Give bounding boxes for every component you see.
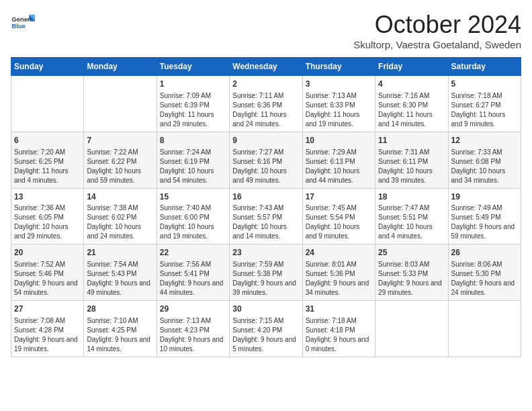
header-day-saturday: Saturday: [448, 58, 521, 76]
cell-content: Sunrise: 7:08 AM Sunset: 4:28 PM Dayligh…: [14, 316, 81, 354]
calendar-cell: [375, 301, 448, 357]
day-number: 27: [14, 304, 81, 315]
calendar-cell: [84, 76, 157, 132]
day-number: 21: [87, 247, 153, 259]
day-number: 17: [306, 191, 372, 203]
day-number: 13: [14, 191, 81, 203]
day-number: 1: [160, 79, 226, 90]
calendar-cell: 8Sunrise: 7:24 AM Sunset: 6:19 PM Daylig…: [157, 132, 229, 188]
logo-icon: General Blue: [11, 11, 35, 35]
cell-content: Sunrise: 7:27 AM Sunset: 6:16 PM Dayligh…: [232, 148, 299, 185]
page-header: General Blue October 2024 Skultorp, Vaes…: [11, 11, 521, 50]
day-number: 25: [378, 247, 445, 259]
header-day-sunday: Sunday: [11, 58, 84, 76]
cell-content: Sunrise: 7:59 AM Sunset: 5:38 PM Dayligh…: [232, 260, 299, 298]
calendar-cell: 19Sunrise: 7:49 AM Sunset: 5:49 PM Dayli…: [448, 188, 521, 244]
calendar-cell: 17Sunrise: 7:45 AM Sunset: 5:54 PM Dayli…: [302, 188, 375, 244]
calendar-cell: [448, 301, 521, 357]
header-day-wednesday: Wednesday: [230, 58, 302, 76]
day-number: 10: [306, 135, 372, 146]
cell-content: Sunrise: 7:22 AM Sunset: 6:22 PM Dayligh…: [87, 148, 153, 185]
logo: General Blue: [11, 11, 35, 35]
calendar-cell: 1Sunrise: 7:09 AM Sunset: 6:39 PM Daylig…: [157, 76, 229, 132]
cell-content: Sunrise: 7:49 AM Sunset: 5:49 PM Dayligh…: [451, 203, 518, 241]
cell-content: Sunrise: 8:06 AM Sunset: 5:30 PM Dayligh…: [451, 260, 518, 298]
cell-content: Sunrise: 7:33 AM Sunset: 6:08 PM Dayligh…: [451, 148, 518, 185]
calendar-cell: 26Sunrise: 8:06 AM Sunset: 5:30 PM Dayli…: [448, 244, 521, 301]
cell-content: Sunrise: 7:13 AM Sunset: 4:23 PM Dayligh…: [160, 316, 226, 354]
header-day-tuesday: Tuesday: [157, 58, 229, 76]
calendar-table: SundayMondayTuesdayWednesdayThursdayFrid…: [11, 57, 521, 357]
calendar-cell: 10Sunrise: 7:29 AM Sunset: 6:13 PM Dayli…: [302, 132, 375, 188]
day-number: 8: [160, 135, 226, 146]
calendar-cell: 14Sunrise: 7:38 AM Sunset: 6:02 PM Dayli…: [84, 188, 157, 244]
calendar-cell: 25Sunrise: 8:03 AM Sunset: 5:33 PM Dayli…: [375, 244, 448, 301]
day-number: 31: [306, 304, 372, 315]
calendar-cell: 18Sunrise: 7:47 AM Sunset: 5:51 PM Dayli…: [375, 188, 448, 244]
day-number: 29: [160, 304, 226, 315]
cell-content: Sunrise: 7:18 AM Sunset: 4:18 PM Dayligh…: [306, 316, 372, 354]
header-day-monday: Monday: [84, 58, 157, 76]
cell-content: Sunrise: 7:29 AM Sunset: 6:13 PM Dayligh…: [306, 148, 372, 185]
cell-content: Sunrise: 8:01 AM Sunset: 5:36 PM Dayligh…: [306, 260, 372, 298]
cell-content: Sunrise: 7:11 AM Sunset: 6:36 PM Dayligh…: [232, 91, 299, 129]
calendar-title: October 2024: [353, 11, 521, 39]
day-number: 14: [87, 191, 153, 203]
calendar-cell: 5Sunrise: 7:18 AM Sunset: 6:27 PM Daylig…: [448, 76, 521, 132]
cell-content: Sunrise: 7:15 AM Sunset: 4:20 PM Dayligh…: [232, 316, 299, 354]
calendar-subtitle: Skultorp, Vaestra Goetaland, Sweden: [353, 39, 521, 50]
day-number: 28: [87, 304, 153, 315]
cell-content: Sunrise: 7:43 AM Sunset: 5:57 PM Dayligh…: [232, 203, 299, 241]
cell-content: Sunrise: 7:56 AM Sunset: 5:41 PM Dayligh…: [160, 260, 226, 298]
day-number: 2: [232, 79, 299, 90]
day-number: 9: [232, 135, 299, 146]
calendar-week-row: 1Sunrise: 7:09 AM Sunset: 6:39 PM Daylig…: [11, 76, 521, 132]
day-number: 18: [378, 191, 445, 203]
calendar-cell: 6Sunrise: 7:20 AM Sunset: 6:25 PM Daylig…: [11, 132, 84, 188]
calendar-cell: 2Sunrise: 7:11 AM Sunset: 6:36 PM Daylig…: [230, 76, 302, 132]
header-day-friday: Friday: [375, 58, 448, 76]
calendar-cell: 22Sunrise: 7:56 AM Sunset: 5:41 PM Dayli…: [157, 244, 229, 301]
cell-content: Sunrise: 7:40 AM Sunset: 6:00 PM Dayligh…: [160, 203, 226, 241]
cell-content: Sunrise: 7:24 AM Sunset: 6:19 PM Dayligh…: [160, 148, 226, 185]
day-number: 11: [378, 135, 445, 146]
calendar-cell: 15Sunrise: 7:40 AM Sunset: 6:00 PM Dayli…: [157, 188, 229, 244]
cell-content: Sunrise: 7:18 AM Sunset: 6:27 PM Dayligh…: [451, 91, 518, 129]
day-number: 30: [232, 304, 299, 315]
calendar-week-row: 27Sunrise: 7:08 AM Sunset: 4:28 PM Dayli…: [11, 301, 521, 357]
day-number: 5: [451, 79, 518, 90]
title-area: October 2024 Skultorp, Vaestra Goetaland…: [353, 11, 521, 50]
day-number: 12: [451, 135, 518, 146]
cell-content: Sunrise: 7:54 AM Sunset: 5:43 PM Dayligh…: [87, 260, 153, 298]
calendar-cell: 24Sunrise: 8:01 AM Sunset: 5:36 PM Dayli…: [302, 244, 375, 301]
day-number: 16: [232, 191, 299, 203]
day-number: 3: [306, 79, 372, 90]
day-number: 26: [451, 247, 518, 259]
calendar-cell: 28Sunrise: 7:10 AM Sunset: 4:25 PM Dayli…: [84, 301, 157, 357]
calendar-cell: 9Sunrise: 7:27 AM Sunset: 6:16 PM Daylig…: [230, 132, 302, 188]
cell-content: Sunrise: 7:09 AM Sunset: 6:39 PM Dayligh…: [160, 91, 226, 129]
calendar-cell: 12Sunrise: 7:33 AM Sunset: 6:08 PM Dayli…: [448, 132, 521, 188]
day-number: 7: [87, 135, 153, 146]
calendar-cell: 29Sunrise: 7:13 AM Sunset: 4:23 PM Dayli…: [157, 301, 229, 357]
calendar-cell: 3Sunrise: 7:13 AM Sunset: 6:33 PM Daylig…: [302, 76, 375, 132]
calendar-cell: 13Sunrise: 7:36 AM Sunset: 6:05 PM Dayli…: [11, 188, 84, 244]
calendar-cell: 30Sunrise: 7:15 AM Sunset: 4:20 PM Dayli…: [230, 301, 302, 357]
calendar-cell: 27Sunrise: 7:08 AM Sunset: 4:28 PM Dayli…: [11, 301, 84, 357]
day-number: 22: [160, 247, 226, 259]
cell-content: Sunrise: 7:31 AM Sunset: 6:11 PM Dayligh…: [378, 148, 445, 185]
cell-content: Sunrise: 7:10 AM Sunset: 4:25 PM Dayligh…: [87, 316, 153, 354]
calendar-week-row: 6Sunrise: 7:20 AM Sunset: 6:25 PM Daylig…: [11, 132, 521, 188]
day-number: 24: [306, 247, 372, 259]
cell-content: Sunrise: 7:38 AM Sunset: 6:02 PM Dayligh…: [87, 203, 153, 241]
day-number: 23: [232, 247, 299, 259]
day-number: 6: [14, 135, 81, 146]
cell-content: Sunrise: 7:13 AM Sunset: 6:33 PM Dayligh…: [306, 91, 372, 129]
cell-content: Sunrise: 7:45 AM Sunset: 5:54 PM Dayligh…: [306, 203, 372, 241]
day-number: 19: [451, 191, 518, 203]
calendar-cell: 21Sunrise: 7:54 AM Sunset: 5:43 PM Dayli…: [84, 244, 157, 301]
calendar-cell: 4Sunrise: 7:16 AM Sunset: 6:30 PM Daylig…: [375, 76, 448, 132]
cell-content: Sunrise: 7:20 AM Sunset: 6:25 PM Dayligh…: [14, 148, 81, 185]
calendar-cell: 20Sunrise: 7:52 AM Sunset: 5:46 PM Dayli…: [11, 244, 84, 301]
cell-content: Sunrise: 8:03 AM Sunset: 5:33 PM Dayligh…: [378, 260, 445, 298]
